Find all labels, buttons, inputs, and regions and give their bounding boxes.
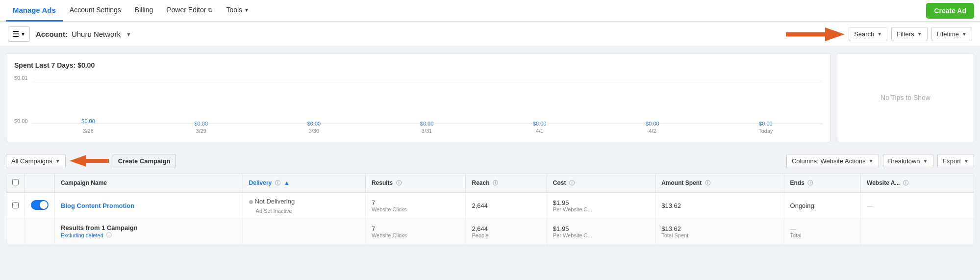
columns-button[interactable]: Columns: Website Actions ▼ (786, 154, 879, 168)
summary-results-sub: Website Clicks (372, 232, 460, 238)
summary-row: Results from 1 Campaign Excluding delete… (6, 219, 974, 244)
amount-spent-info-icon[interactable]: ⓘ (705, 180, 710, 186)
campaign-toggle[interactable] (31, 200, 49, 210)
select-all-checkbox[interactable] (12, 179, 19, 185)
summary-website-actions-cell (861, 219, 974, 244)
main-content: Spent Last 7 Days: $0.00 $0.01 $0.00 $0.… (0, 47, 980, 148)
summary-ends-dash: — (790, 225, 854, 232)
grid-icon: ☰ (12, 29, 19, 39)
account-selector[interactable]: Account: Uhuru Network ▼ (36, 30, 131, 38)
svg-marker-3 (70, 155, 86, 167)
export-caret: ▼ (964, 158, 969, 164)
nav-item-power-editor[interactable]: Power Editor ⧉ (160, 0, 219, 22)
orange-arrow-svg (786, 24, 845, 45)
tools-dropdown-arrow: ▼ (244, 7, 249, 13)
cost-sub: Per Website C... (553, 206, 649, 212)
orange-arrow-left-svg (70, 152, 109, 170)
create-campaign-button[interactable]: Create Campaign (113, 154, 176, 168)
website-actions-cell: — (861, 192, 974, 219)
chart-col-2: $0.00 3/30 (307, 121, 321, 134)
th-delivery-label: Delivery (249, 179, 272, 186)
y-label-bottom: $0.00 (14, 118, 32, 124)
chart-col-3: $0.00 3/31 (420, 121, 434, 134)
columns-caret: ▼ (869, 158, 874, 164)
row-checkbox[interactable] (12, 202, 19, 208)
summary-results-cell: 7 Website Clicks (365, 219, 466, 244)
breakdown-button[interactable]: Breakdown ▼ (883, 154, 933, 168)
reach-cell: 2,644 (466, 192, 547, 219)
chart-date-6: Today (758, 128, 773, 134)
delivery-dot (249, 200, 253, 204)
chart-date-2: 3/30 (309, 128, 319, 134)
arrow-indicator (786, 24, 845, 45)
th-ends: Ends ⓘ (784, 174, 860, 192)
chart-area: $0.01 $0.00 $0.00 3/28 $0.00 3/29 (14, 75, 823, 134)
th-cost: Cost ⓘ (547, 174, 655, 192)
nav-item-account-settings[interactable]: Account Settings (63, 0, 128, 22)
grid-view-button[interactable]: ☰ ▼ (8, 26, 30, 42)
table-header-row: Campaign Name Delivery ⓘ ▲ Results ⓘ Rea… (6, 174, 974, 192)
summary-cost-sub: Per Website C... (553, 232, 649, 238)
row-toggle-cell (25, 192, 55, 219)
account-label: Account: (36, 30, 68, 38)
excluding-deleted-info[interactable]: ⓘ (106, 231, 112, 239)
account-dropdown-arrow: ▼ (126, 31, 131, 37)
filters-button[interactable]: Filters ▼ (891, 27, 927, 41)
campaigns-section: All Campaigns ▼ Create Campaign Columns:… (0, 148, 980, 250)
delivery-sort-icon: ▲ (284, 179, 290, 186)
breakdown-caret: ▼ (923, 158, 928, 164)
dropdown-arrow-small: ▼ (21, 31, 25, 37)
create-campaign-arrow (70, 152, 109, 170)
summary-cost-cell: $1.95 Per Website C... (547, 219, 655, 244)
filters-caret: ▼ (917, 31, 922, 37)
campaigns-toolbar: All Campaigns ▼ Create Campaign Columns:… (6, 148, 974, 174)
summary-checkbox-cell (6, 219, 25, 244)
nav-item-manage-ads[interactable]: Manage Ads (6, 0, 63, 22)
website-actions-info-icon[interactable]: ⓘ (903, 180, 908, 186)
results-info-icon[interactable]: ⓘ (396, 180, 402, 186)
results-sub: Website Clicks (372, 206, 460, 212)
ends-info-icon[interactable]: ⓘ (807, 180, 813, 186)
delivery-info-icon[interactable]: ⓘ (275, 180, 280, 186)
th-amount-spent: Amount Spent ⓘ (655, 174, 784, 192)
summary-ends-sub: Total (790, 232, 854, 238)
toolbar-right-actions: Search ▼ Filters ▼ Lifetime ▼ (849, 27, 972, 41)
summary-reach-sub: People (472, 232, 540, 238)
row-checkbox-cell (6, 192, 25, 219)
cost-info-icon[interactable]: ⓘ (569, 180, 575, 186)
chart-col-1: $0.00 3/29 (194, 121, 208, 134)
all-campaigns-button[interactable]: All Campaigns ▼ (6, 154, 66, 168)
summary-label: Results from 1 Campaign (61, 224, 237, 231)
chart-col-5: $0.00 4/2 (646, 121, 659, 134)
chart-date-1: 3/29 (196, 128, 206, 134)
summary-toggle-cell (25, 219, 55, 244)
nav-item-tools[interactable]: Tools ▼ (219, 0, 256, 22)
campaign-name-link[interactable]: Blog Content Promotion (61, 202, 134, 209)
reach-info-icon[interactable]: ⓘ (493, 180, 498, 186)
th-reach: Reach ⓘ (466, 174, 547, 192)
lifetime-button[interactable]: Lifetime ▼ (931, 27, 972, 41)
export-button[interactable]: Export ▼ (937, 154, 974, 168)
summary-amount-spent-cell: $13.62 Total Spent (655, 219, 784, 244)
search-caret: ▼ (877, 31, 882, 37)
lifetime-caret: ▼ (962, 31, 967, 37)
delivery-status: Not Delivering Ad Set Inactive (249, 198, 359, 214)
summary-sub[interactable]: Excluding deleted ⓘ (61, 231, 237, 239)
nav-item-billing[interactable]: Billing (128, 0, 160, 22)
th-toggle (25, 174, 55, 192)
svg-marker-1 (825, 27, 845, 41)
chart-panel: Spent Last 7 Days: $0.00 $0.01 $0.00 $0.… (6, 53, 831, 142)
y-label-top: $0.01 (14, 75, 32, 81)
th-results: Results ⓘ (365, 174, 466, 192)
results-cell: 7 Website Clicks (365, 192, 466, 219)
toolbar: ☰ ▼ Account: Uhuru Network ▼ Search ▼ Fi… (0, 22, 980, 47)
summary-ends-cell: — Total (784, 219, 860, 244)
summary-results-value: 7 (372, 225, 460, 232)
search-button[interactable]: Search ▼ (849, 27, 887, 41)
ends-cell: Ongoing (784, 192, 860, 219)
results-value: 7 (372, 199, 460, 206)
chart-col-6: $0.00 Today (758, 121, 773, 134)
th-delivery[interactable]: Delivery ⓘ ▲ (243, 174, 365, 192)
campaigns-table: Campaign Name Delivery ⓘ ▲ Results ⓘ Rea… (6, 174, 974, 244)
create-ad-button[interactable]: Create Ad (926, 3, 974, 19)
